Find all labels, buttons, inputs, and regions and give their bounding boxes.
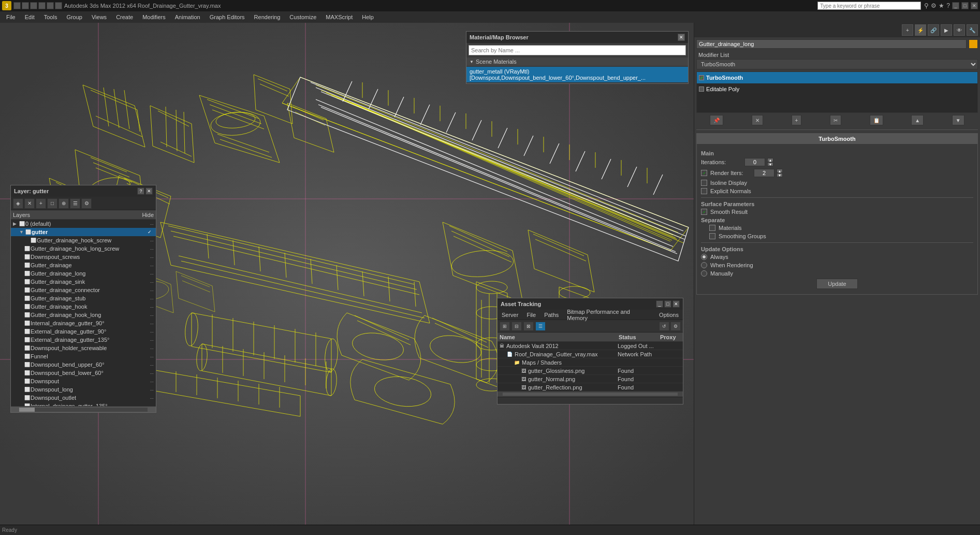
mod-btn-copy[interactable]: 📋 bbox=[870, 115, 883, 125]
asset-row-glossiness[interactable]: 🖼 gutter_Glossiness.png Found bbox=[498, 367, 683, 375]
always-radio[interactable] bbox=[701, 254, 707, 260]
menu-create[interactable]: Create bbox=[112, 13, 137, 21]
render-iters-checkbox[interactable]: ✓ bbox=[701, 170, 707, 176]
render-iters-spin-up[interactable]: ▲ bbox=[777, 169, 783, 173]
layer-help-button[interactable]: ? bbox=[137, 187, 144, 195]
turbosmo-rollout-header[interactable]: TurboSmooth bbox=[697, 134, 977, 144]
layer-row-downspout-screws[interactable]: ⬜ Downspout_screws -- bbox=[11, 253, 156, 261]
menu-group[interactable]: Group bbox=[62, 13, 86, 21]
when-rendering-radio[interactable] bbox=[701, 262, 707, 268]
asset-menu-bitmap-perf[interactable]: Bitmap Performance and Memory bbox=[563, 310, 655, 320]
layer-tbtn-settings[interactable]: ⚙ bbox=[81, 198, 92, 209]
layer-row-gutter-drainage-hook[interactable]: ⬜ Gutter_drainage_hook -- bbox=[11, 302, 156, 311]
material-item[interactable]: gutter_metall (VRayMtl) [Downspout,Downs… bbox=[466, 67, 688, 82]
render-iters-spin-down[interactable]: ▼ bbox=[777, 173, 783, 177]
search-input[interactable] bbox=[817, 2, 921, 10]
layer-tbtn-add[interactable]: + bbox=[36, 198, 46, 209]
layer-row-gutter[interactable]: ▼ ⬜ gutter ✓ bbox=[11, 228, 156, 236]
mod-btn-move-down[interactable]: ▼ bbox=[952, 115, 964, 125]
cmd-icon-display[interactable]: 👁 bbox=[954, 24, 965, 36]
layer-tbtn-add-objects[interactable]: ⊕ bbox=[58, 198, 69, 209]
menu-modifiers[interactable]: Modifiers bbox=[138, 13, 170, 21]
layer-row-downspout-bend-lower[interactable]: ⬜ Downspout_bend_lower_60° -- bbox=[11, 369, 156, 377]
explicit-normals-checkbox[interactable] bbox=[701, 188, 707, 194]
smoothing-groups-checkbox[interactable] bbox=[709, 233, 715, 239]
materials-checkbox[interactable] bbox=[709, 225, 715, 231]
material-browser-close-button[interactable]: ✕ bbox=[678, 34, 685, 41]
update-button[interactable]: Update bbox=[816, 279, 858, 289]
star-icon[interactable]: ★ bbox=[939, 2, 944, 9]
object-color-swatch[interactable] bbox=[969, 39, 978, 49]
iterations-input[interactable] bbox=[744, 158, 765, 166]
iterations-spin-down[interactable]: ▼ bbox=[767, 162, 773, 166]
tb-btn-6[interactable] bbox=[55, 2, 62, 9]
asset-menu-paths[interactable]: Paths bbox=[540, 310, 563, 320]
layer-close-button[interactable]: ✕ bbox=[145, 187, 153, 195]
modifier-dropdown[interactable]: TurboSmooth Bend Twist bbox=[696, 59, 978, 69]
layer-row-downspout-bend-upper[interactable]: ⬜ Downspout_bend_upper_60° -- bbox=[11, 360, 156, 369]
menu-maxscript[interactable]: MAXScript bbox=[321, 13, 357, 21]
modifier-checkbox-editablepoly[interactable] bbox=[699, 86, 704, 92]
modifier-item-editablepoly[interactable]: Editable Poly bbox=[697, 83, 977, 95]
layer-row-downspout-holder[interactable]: ⬜ Downspout_holder_screwable -- bbox=[11, 344, 156, 352]
scene-materials-header[interactable]: ▼ Scene Materials bbox=[466, 57, 688, 66]
tb-btn-4[interactable] bbox=[38, 2, 46, 9]
layer-row-internal-135[interactable]: ⬜ Internal_drainage_gutter_135° -- bbox=[11, 402, 156, 406]
asset-tbtn-2[interactable]: ⊟ bbox=[511, 322, 522, 331]
menu-tools[interactable]: Tools bbox=[40, 13, 62, 21]
asset-restore-button[interactable]: □ bbox=[664, 300, 671, 308]
layer-row-hook-long-screw[interactable]: ⬜ Gutter_drainage_hook_long_screw -- bbox=[11, 244, 156, 253]
mod-btn-move-up[interactable]: ▲ bbox=[911, 115, 924, 125]
layer-row-gutter-drainage-hook-long[interactable]: ⬜ Gutter_drainage_hook_long -- bbox=[11, 311, 156, 319]
asset-menu-file[interactable]: File bbox=[522, 310, 540, 320]
mod-btn-add[interactable]: + bbox=[792, 115, 802, 125]
asset-tbtn-refresh[interactable]: ↺ bbox=[659, 322, 669, 331]
layer-scroll-thumb[interactable] bbox=[19, 408, 35, 412]
layer-row-internal-90[interactable]: ⬜ Internal_drainage_gutter_90° -- bbox=[11, 319, 156, 327]
layer-row-gutter-drainage-sink[interactable]: ⬜ Gutter_drainage_sink -- bbox=[11, 278, 156, 286]
menu-animation[interactable]: Animation bbox=[171, 13, 204, 21]
cmd-icon-modify[interactable]: ⚡ bbox=[915, 24, 926, 36]
modifier-item-turbosmooth[interactable]: ✓ TurboSmooth bbox=[697, 72, 977, 83]
layer-tbtn-delete[interactable]: ✕ bbox=[24, 198, 35, 209]
asset-menu-server[interactable]: Server bbox=[498, 310, 522, 320]
cmd-icon-motion[interactable]: ▶ bbox=[941, 24, 952, 36]
modifier-checkbox-turbosmooth[interactable]: ✓ bbox=[699, 75, 704, 80]
layer-row-downspout-outlet[interactable]: ⬜ Downspout_outlet -- bbox=[11, 394, 156, 402]
search-icon[interactable]: ⚲ bbox=[924, 2, 929, 9]
restore-button[interactable]: □ bbox=[961, 2, 969, 9]
isoline-display-checkbox[interactable] bbox=[701, 180, 707, 186]
mod-btn-cut[interactable]: ✂ bbox=[830, 115, 841, 125]
close-button[interactable]: ✕ bbox=[971, 2, 978, 9]
layer-row-gutter-drainage-long[interactable]: ⬜ Gutter_drainage_long -- bbox=[11, 269, 156, 278]
menu-rendering[interactable]: Rendering bbox=[250, 13, 285, 21]
cmd-icon-utilities[interactable]: 🔧 bbox=[967, 24, 978, 36]
menu-help[interactable]: Help bbox=[358, 13, 378, 21]
asset-row-maps-shaders[interactable]: 📁 Maps / Shaders bbox=[498, 358, 683, 367]
object-name-input[interactable] bbox=[696, 39, 967, 49]
layer-row-external-135[interactable]: ⬜ External_drainage_gutter_135° -- bbox=[11, 336, 156, 344]
layer-row-gutter-drainage[interactable]: ⬜ Gutter_drainage -- bbox=[11, 261, 156, 269]
asset-close-button[interactable]: ✕ bbox=[672, 300, 680, 308]
asset-tbtn-settings[interactable]: ⚙ bbox=[670, 322, 681, 331]
asset-row-normal[interactable]: 🖼 gutter_Normal.png Found bbox=[498, 375, 683, 383]
mod-btn-delete[interactable]: ✕ bbox=[752, 115, 763, 125]
asset-tbtn-4[interactable]: ☰ bbox=[535, 322, 546, 331]
layer-row-downspout[interactable]: ⬜ Downspout -- bbox=[11, 377, 156, 385]
asset-row-reflection[interactable]: 🖼 gutter_Reflection.png Found bbox=[498, 383, 683, 392]
render-iters-input[interactable] bbox=[754, 169, 774, 177]
asset-menu-options[interactable]: Options bbox=[655, 310, 683, 320]
layer-tbtn-select-highlight[interactable]: ◈ bbox=[13, 198, 23, 209]
layer-row-downspout-long[interactable]: ⬜ Downspout_long -- bbox=[11, 385, 156, 394]
cmd-icon-create[interactable]: + bbox=[902, 24, 913, 36]
layer-row-0-default[interactable]: ▶ ⬜ 0 (default) -- bbox=[11, 220, 156, 228]
layer-tbtn-properties[interactable]: ☰ bbox=[70, 198, 80, 209]
minimize-button[interactable]: _ bbox=[952, 2, 959, 9]
asset-minimize-button[interactable]: _ bbox=[656, 300, 663, 308]
menu-graph-editors[interactable]: Graph Editors bbox=[206, 13, 249, 21]
tb-btn-2[interactable] bbox=[22, 2, 29, 9]
layer-row-gutter-drainage-stub[interactable]: ⬜ Gutter_drainage_stub -- bbox=[11, 294, 156, 302]
tb-btn-3[interactable] bbox=[30, 2, 37, 9]
layer-horizontal-scrollbar[interactable] bbox=[11, 406, 156, 412]
tb-btn-5[interactable] bbox=[47, 2, 54, 9]
